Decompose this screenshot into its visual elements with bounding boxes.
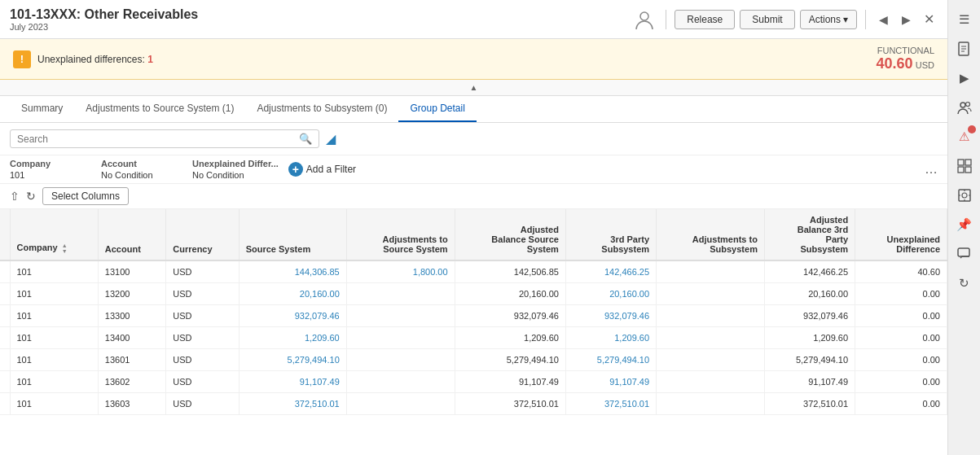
cell-account: 13400 [98,327,166,349]
sidebar-alert-icon[interactable]: ⚠ [951,124,978,150]
tab-adj-subsystem[interactable]: Adjustments to Subsystem (0) [245,96,398,122]
svg-rect-7 [958,160,964,165]
cell-company: 101 [10,349,98,371]
cell-source-system[interactable]: 144,306.85 [239,260,346,283]
expand-cell [0,393,10,415]
filter-account-value: No Condition [101,170,182,180]
more-options-icon[interactable]: … [925,162,938,177]
warning-icon: ! [13,50,31,68]
cell-adj-balance-source: 1,209.60 [455,327,565,349]
select-columns-button[interactable]: Select Columns [42,187,129,205]
cell-third-party[interactable]: 91,107.49 [565,371,656,393]
cell-adj-balance-source: 5,279,494.10 [455,349,565,371]
back-icon[interactable]: ◀ [874,11,892,28]
submit-button[interactable]: Submit [740,10,794,29]
cell-unexplained-diff: 0.00 [855,371,947,393]
table-row: 10113601USD5,279,494.105,279,494.105,279… [0,349,947,371]
col-header-account: Account [98,209,166,260]
header: 101-13XXX: Other Receivables July 2023 R… [0,0,947,39]
header-actions: Release Submit Actions ▾ ◀ ▶ ✕ [631,7,938,33]
expand-cell [0,349,10,371]
cell-third-party[interactable]: 142,466.25 [565,260,656,283]
cell-adj-balance-source: 142,506.85 [455,260,565,283]
warning-text: Unexplained differences: 1 [37,54,153,65]
warning-banner: ! Unexplained differences: 1 FUNCTIONAL4… [0,39,947,80]
sidebar-report-icon[interactable] [951,182,978,208]
sidebar-people-icon[interactable] [951,94,978,120]
right-sidebar: ☰ ▶ ⚠ [947,0,980,455]
cell-adj-balance-3rd: 5,279,494.10 [764,349,855,371]
sort-company-icon[interactable]: ▲▼ [62,243,68,254]
forward-icon[interactable]: ▶ [897,11,915,28]
cell-adj-source [346,305,455,327]
cell-adj-source [346,283,455,305]
sidebar-grid-icon[interactable] [951,153,978,179]
search-input-wrap[interactable]: 🔍 [10,129,319,148]
cell-account: 13300 [98,305,166,327]
reset-icon[interactable]: ↻ [26,190,36,203]
filter-icon[interactable]: ◢ [326,131,336,147]
sidebar-refresh-icon[interactable]: ↻ [951,270,978,296]
add-filter-button[interactable]: + Add a Filter [288,162,356,177]
sidebar-chat-icon[interactable] [951,241,978,267]
cell-third-party[interactable]: 372,510.01 [565,393,656,415]
tab-adj-source[interactable]: Adjustments to Source System (1) [74,96,245,122]
table-header-row: Company ▲▼ Account Currency Source Syste… [0,209,947,260]
tabs-bar: Summary Adjustments to Source System (1)… [0,96,947,123]
cell-source-system[interactable]: 372,510.01 [239,393,346,415]
cell-unexplained-diff: 0.00 [855,283,947,305]
cell-adj-balance-3rd: 932,079.46 [764,305,855,327]
cell-third-party[interactable]: 20,160.00 [565,283,656,305]
table-row: 10113603USD372,510.01372,510.01372,510.0… [0,393,947,415]
cell-adj-balance-source: 91,107.49 [455,371,565,393]
filter-account-label: Account [101,159,182,168]
cell-adj-source [346,327,455,349]
actions-button[interactable]: Actions ▾ [800,10,857,29]
tab-summary[interactable]: Summary [10,96,74,122]
filter-company-label: Company [10,159,91,168]
cell-currency: USD [166,283,239,305]
sidebar-navigate-icon[interactable]: ▶ [951,65,978,91]
cell-source-system[interactable]: 20,160.00 [239,283,346,305]
search-input[interactable] [17,133,299,145]
col-header-source-system: Source System [239,209,346,260]
cell-adj-balance-3rd: 372,510.01 [764,393,855,415]
tab-group-detail[interactable]: Group Detail [398,96,476,122]
cell-third-party[interactable]: 1,209.60 [565,327,656,349]
page-subtitle: July 2023 [10,22,198,32]
cell-third-party[interactable]: 932,079.46 [565,305,656,327]
collapse-handle[interactable]: ▲ [0,80,947,96]
filter-company: Company 101 [10,159,91,180]
cell-currency: USD [166,371,239,393]
cell-adj-subsystem [657,327,765,349]
close-icon[interactable]: ✕ [920,11,938,28]
page-title: 101-13XXX: Other Receivables [10,7,198,22]
cell-adj-balance-3rd: 1,209.60 [764,327,855,349]
cell-company: 101 [10,393,98,415]
col-header-currency: Currency [166,209,239,260]
sidebar-list-icon[interactable]: ☰ [951,7,978,33]
cell-adj-source [346,349,455,371]
cell-adj-balance-3rd: 20,160.00 [764,283,855,305]
release-button[interactable]: Release [675,10,735,29]
cell-source-system[interactable]: 932,079.46 [239,305,346,327]
warning-left: ! Unexplained differences: 1 [13,50,153,68]
sidebar-attachment-icon[interactable]: 📌 [951,212,978,238]
table-row: 10113200USD20,160.0020,160.0020,160.0020… [0,283,947,305]
cell-third-party[interactable]: 5,279,494.10 [565,349,656,371]
toolbar-row: ⇧ ↻ Select Columns [0,184,947,209]
cell-adj-subsystem [657,349,765,371]
expand-cell [0,305,10,327]
cell-source-system[interactable]: 1,209.60 [239,327,346,349]
export-icon[interactable]: ⇧ [10,190,20,203]
sidebar-document-icon[interactable] [951,36,978,62]
cell-adj-subsystem [657,371,765,393]
divider-2 [865,10,866,29]
cell-adj-source[interactable]: 1,800.00 [346,260,455,283]
svg-rect-11 [959,190,970,201]
col-header-adj-balance-source: AdjustedBalance SourceSystem [455,209,565,260]
cell-source-system[interactable]: 5,279,494.10 [239,349,346,371]
cell-adj-balance-3rd: 91,107.49 [764,371,855,393]
cell-source-system[interactable]: 91,107.49 [239,371,346,393]
svg-point-0 [640,12,648,20]
